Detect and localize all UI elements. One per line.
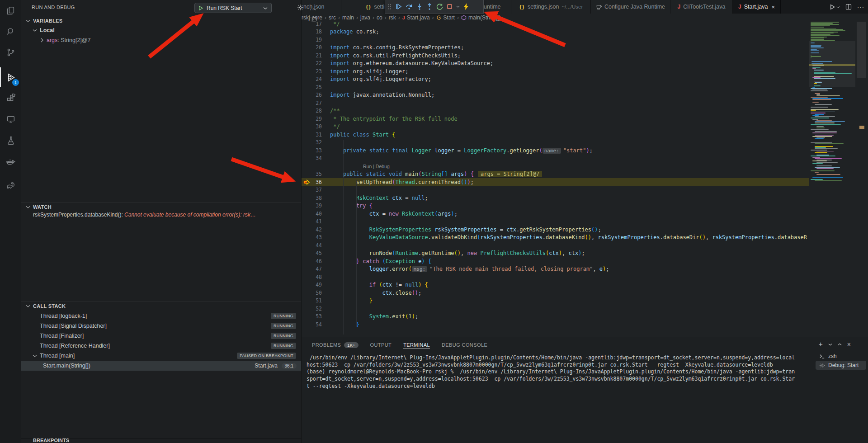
line-number[interactable]: 20 — [302, 44, 322, 51]
more-actions-icon[interactable]: ··· — [857, 4, 864, 10]
extensions-icon[interactable] — [0, 89, 21, 108]
explorer-icon[interactable] — [0, 1, 21, 21]
testing-icon[interactable] — [0, 131, 21, 151]
panel-tab-debug-console[interactable]: DEBUG CONSOLE — [442, 342, 487, 349]
run-and-debug-icon[interactable]: 1 — [0, 67, 21, 87]
code-area[interactable]: 17 */18package co.rsk;1920import co.rsk.… — [302, 22, 809, 337]
line-number[interactable]: 43 — [302, 234, 322, 240]
close-panel-icon[interactable]: × — [847, 341, 851, 348]
variables-scope-local[interactable]: Local — [33, 27, 55, 33]
docker-icon[interactable] — [0, 152, 21, 172]
panel-tab-terminal[interactable]: TERMINAL — [403, 342, 430, 349]
line-number[interactable]: 53 — [302, 313, 322, 320]
panel-tab-problems[interactable]: PROBLEMS1K+ — [312, 342, 359, 349]
line-number[interactable]: 27 — [302, 100, 322, 106]
line-number[interactable]: 48 — [302, 274, 322, 280]
codelens-run-debug[interactable]: Run | Debug — [322, 164, 390, 169]
continue-icon[interactable] — [395, 3, 402, 10]
restart-icon[interactable] — [436, 3, 443, 10]
gradle-icon[interactable] — [0, 175, 21, 195]
line-number[interactable]: 51 — [302, 297, 322, 304]
line-number[interactable]: 45 — [302, 250, 322, 256]
line-number[interactable]: 34 — [302, 155, 322, 161]
copy-icon[interactable] — [311, 17, 317, 23]
line-number[interactable]: 46 — [302, 258, 322, 264]
step-out-icon[interactable] — [426, 3, 433, 10]
tab-start-java[interactable]: JStart.java× — [733, 0, 781, 14]
gear-icon[interactable] — [297, 4, 304, 11]
terminal-output[interactable]: /usr/bin/env /Library/Internet\ Plug-Ins… — [307, 354, 814, 390]
close-icon[interactable]: × — [771, 4, 775, 10]
tab-clitoolstest-java[interactable]: JCliToolsTest.java — [670, 0, 733, 14]
stop-icon[interactable] — [447, 4, 453, 9]
panel-tab-output[interactable]: OUTPUT — [370, 342, 392, 349]
more-actions-icon[interactable]: ··· — [310, 6, 317, 13]
line-number[interactable]: 31 — [302, 132, 322, 138]
call-stack-section-header[interactable]: CALL STACK — [21, 301, 301, 310]
watch-section-header[interactable]: WATCH — [21, 202, 301, 211]
breadcrumb-item-rsk[interactable]: rsk — [389, 14, 396, 21]
hot-code-replace-icon[interactable] — [463, 3, 469, 10]
terminal-instance-debug-start[interactable]: Debug: Start — [816, 361, 866, 370]
line-number[interactable]: 50 — [302, 290, 322, 296]
line-number[interactable]: 39 — [302, 203, 322, 209]
line-number[interactable]: 30 — [302, 123, 322, 130]
variables-section-header[interactable]: VARIABLES — [21, 16, 301, 25]
line-number[interactable]: 54 — [302, 321, 322, 328]
call-stack-frame[interactable]: Start.main(String[])Start.java36:1 — [21, 361, 301, 371]
terminal-dropdown-icon[interactable] — [828, 343, 832, 346]
watch-expression-row[interactable]: rskSystemProperties.databaseKind(): Cann… — [33, 212, 318, 218]
editor-scrollbar[interactable] — [857, 22, 866, 78]
source-control-icon[interactable] — [0, 42, 21, 62]
call-stack-thread[interactable]: Thread [Signal Dispatcher]RUNNING — [21, 321, 301, 331]
stop-menu-chevron-icon[interactable] — [456, 5, 460, 8]
current-statement-breakpoint-icon[interactable] — [303, 179, 310, 185]
step-into-icon[interactable] — [416, 3, 423, 10]
line-number[interactable]: 41 — [302, 218, 322, 225]
line-number[interactable]: 23 — [302, 68, 322, 75]
line-number[interactable]: 32 — [302, 139, 322, 146]
start-debug-icon[interactable] — [198, 5, 203, 11]
line-number[interactable]: 52 — [302, 306, 322, 312]
line-number[interactable]: 19 — [302, 37, 322, 43]
line-number[interactable]: 49 — [302, 282, 322, 288]
breadcrumb-item-start-java[interactable]: JStart.java — [402, 14, 430, 21]
line-number[interactable]: 38 — [302, 195, 322, 201]
line-number[interactable]: 42 — [302, 226, 322, 233]
line-number[interactable]: 28 — [302, 108, 322, 114]
call-stack-thread[interactable]: Thread [Reference Handler]RUNNING — [21, 341, 301, 351]
line-number[interactable]: 22 — [302, 60, 322, 66]
tab-nch-json[interactable]: nch.json — [302, 0, 341, 14]
line-number[interactable]: 44 — [302, 242, 322, 249]
tab-settings-json[interactable]: {}settings.json~/.../User — [511, 0, 591, 14]
breadcrumb-item-co[interactable]: co — [377, 14, 382, 21]
breadcrumb-item-java[interactable]: java — [360, 14, 370, 21]
line-number[interactable]: 33 — [302, 147, 322, 154]
call-stack-thread[interactable]: Thread [logback-1]RUNNING — [21, 311, 301, 321]
maximize-panel-icon[interactable] — [838, 343, 842, 346]
breadcrumb-item-main[interactable]: main — [342, 14, 354, 21]
search-icon[interactable] — [0, 22, 21, 42]
call-stack-thread[interactable]: Thread [Finalizer]RUNNING — [21, 331, 301, 341]
line-number[interactable]: 24 — [302, 76, 322, 82]
breakpoints-section-header[interactable]: BREAKPOINTS — [21, 438, 302, 443]
tab-configure-java-runtime[interactable]: Configure Java Runtime — [591, 0, 670, 14]
line-number[interactable]: 21 — [302, 52, 322, 59]
breadcrumb-item-src[interactable]: src — [329, 14, 336, 21]
step-over-icon[interactable] — [406, 3, 413, 10]
line-number[interactable]: 26 — [302, 92, 322, 98]
remote-explorer-icon[interactable] — [0, 109, 21, 129]
line-number[interactable]: 35 — [302, 171, 322, 177]
line-number[interactable]: 18 — [302, 28, 322, 35]
terminal-instance-zsh[interactable]: zsh — [816, 352, 866, 361]
drag-handle-icon[interactable] — [388, 4, 392, 10]
breadcrumb-item-main-string-[interactable]: main(String[]) — [461, 14, 501, 21]
line-number[interactable]: 37 — [302, 187, 322, 193]
variable-row-args[interactable]: args: String[2]@7 — [40, 37, 90, 43]
call-stack-thread[interactable]: Thread [main]PAUSED ON BREAKPOINT — [21, 351, 301, 361]
run-file-icon[interactable] — [830, 4, 840, 10]
split-editor-icon[interactable] — [845, 4, 852, 10]
line-number[interactable]: 47 — [302, 266, 322, 272]
line-number[interactable]: 25 — [302, 84, 322, 90]
new-terminal-icon[interactable]: + — [818, 340, 822, 349]
